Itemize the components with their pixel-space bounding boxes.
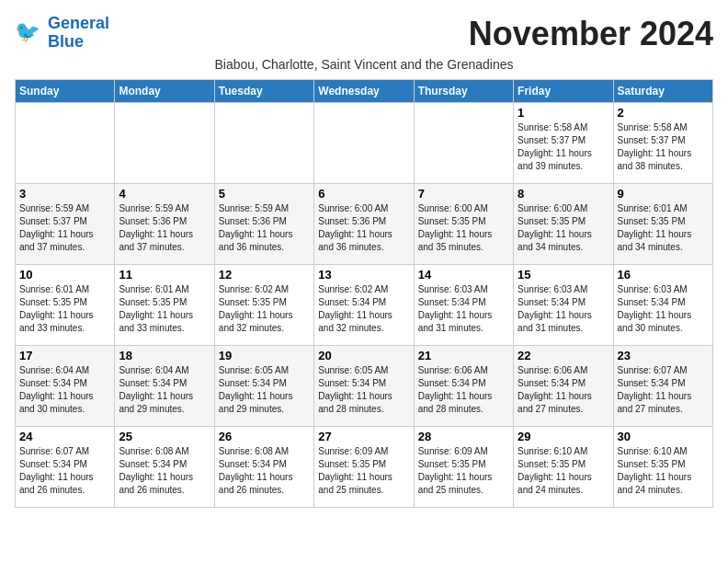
day-header-sunday: Sunday [16, 80, 115, 103]
week-row-2: 3Sunrise: 5:59 AM Sunset: 5:37 PM Daylig… [16, 184, 713, 265]
page-header: 🐦 General Blue November 2024 [15, 15, 713, 53]
day-number: 22 [518, 349, 609, 362]
day-info: Sunrise: 5:58 AM Sunset: 5:37 PM Dayligh… [518, 121, 609, 173]
calendar-cell [16, 103, 115, 184]
calendar-cell: 24Sunrise: 6:07 AM Sunset: 5:34 PM Dayli… [16, 427, 115, 508]
calendar-cell: 5Sunrise: 5:59 AM Sunset: 5:36 PM Daylig… [214, 184, 313, 265]
calendar-header: SundayMondayTuesdayWednesdayThursdayFrid… [16, 80, 713, 103]
calendar-cell: 28Sunrise: 6:09 AM Sunset: 5:35 PM Dayli… [414, 427, 513, 508]
logo-text: General Blue [48, 15, 109, 52]
calendar-cell: 6Sunrise: 6:00 AM Sunset: 5:36 PM Daylig… [314, 184, 414, 265]
day-number: 7 [418, 187, 509, 201]
day-number: 1 [518, 106, 609, 120]
day-number: 6 [318, 187, 409, 201]
calendar-cell: 29Sunrise: 6:10 AM Sunset: 5:35 PM Dayli… [514, 427, 613, 508]
day-info: Sunrise: 6:10 AM Sunset: 5:35 PM Dayligh… [518, 445, 609, 497]
calendar-cell: 18Sunrise: 6:04 AM Sunset: 5:34 PM Dayli… [115, 346, 214, 427]
day-info: Sunrise: 5:58 AM Sunset: 5:37 PM Dayligh… [618, 121, 709, 173]
calendar-cell: 25Sunrise: 6:08 AM Sunset: 5:34 PM Dayli… [115, 427, 214, 508]
calendar-cell: 19Sunrise: 6:05 AM Sunset: 5:34 PM Dayli… [214, 346, 313, 427]
day-info: Sunrise: 6:08 AM Sunset: 5:34 PM Dayligh… [119, 445, 210, 497]
day-info: Sunrise: 6:01 AM Sunset: 5:35 PM Dayligh… [618, 202, 709, 254]
calendar-cell: 27Sunrise: 6:09 AM Sunset: 5:35 PM Dayli… [314, 427, 414, 508]
calendar-cell [115, 103, 214, 184]
calendar-table: SundayMondayTuesdayWednesdayThursdayFrid… [15, 79, 713, 508]
day-info: Sunrise: 6:02 AM Sunset: 5:35 PM Dayligh… [219, 283, 310, 335]
day-info: Sunrise: 6:10 AM Sunset: 5:35 PM Dayligh… [618, 445, 709, 497]
day-info: Sunrise: 6:08 AM Sunset: 5:34 PM Dayligh… [219, 445, 310, 497]
calendar-cell: 16Sunrise: 6:03 AM Sunset: 5:34 PM Dayli… [613, 265, 712, 346]
location-subtitle: Biabou, Charlotte, Saint Vincent and the… [15, 57, 713, 72]
day-number: 30 [618, 430, 709, 443]
day-number: 26 [219, 430, 310, 443]
day-header-monday: Monday [115, 80, 214, 103]
day-number: 2 [618, 106, 709, 120]
day-number: 8 [518, 187, 609, 201]
day-number: 17 [19, 349, 110, 362]
day-number: 20 [318, 349, 409, 362]
week-row-4: 17Sunrise: 6:04 AM Sunset: 5:34 PM Dayli… [16, 346, 713, 427]
day-info: Sunrise: 6:06 AM Sunset: 5:34 PM Dayligh… [518, 364, 609, 416]
day-info: Sunrise: 6:06 AM Sunset: 5:34 PM Dayligh… [418, 364, 509, 416]
day-number: 14 [418, 268, 509, 282]
calendar-cell: 2Sunrise: 5:58 AM Sunset: 5:37 PM Daylig… [613, 103, 712, 184]
day-info: Sunrise: 6:01 AM Sunset: 5:35 PM Dayligh… [119, 283, 210, 335]
day-info: Sunrise: 6:02 AM Sunset: 5:34 PM Dayligh… [318, 283, 409, 335]
calendar-cell: 8Sunrise: 6:00 AM Sunset: 5:35 PM Daylig… [514, 184, 613, 265]
calendar-cell [314, 103, 414, 184]
day-number: 28 [418, 430, 509, 443]
calendar-cell: 15Sunrise: 6:03 AM Sunset: 5:34 PM Dayli… [514, 265, 613, 346]
day-info: Sunrise: 6:04 AM Sunset: 5:34 PM Dayligh… [19, 364, 110, 416]
day-info: Sunrise: 6:09 AM Sunset: 5:35 PM Dayligh… [418, 445, 509, 497]
title-block: November 2024 [469, 15, 713, 53]
day-info: Sunrise: 6:03 AM Sunset: 5:34 PM Dayligh… [518, 283, 609, 335]
calendar-cell: 13Sunrise: 6:02 AM Sunset: 5:34 PM Dayli… [314, 265, 414, 346]
day-number: 23 [618, 349, 709, 362]
calendar-cell: 3Sunrise: 5:59 AM Sunset: 5:37 PM Daylig… [16, 184, 115, 265]
calendar-cell: 14Sunrise: 6:03 AM Sunset: 5:34 PM Dayli… [414, 265, 513, 346]
logo: 🐦 General Blue [15, 15, 109, 52]
day-info: Sunrise: 6:09 AM Sunset: 5:35 PM Dayligh… [318, 445, 409, 497]
day-number: 27 [318, 430, 409, 443]
day-info: Sunrise: 6:05 AM Sunset: 5:34 PM Dayligh… [219, 364, 310, 416]
day-number: 21 [418, 349, 509, 362]
day-info: Sunrise: 6:00 AM Sunset: 5:35 PM Dayligh… [518, 202, 609, 254]
calendar-cell: 26Sunrise: 6:08 AM Sunset: 5:34 PM Dayli… [214, 427, 313, 508]
calendar-cell: 12Sunrise: 6:02 AM Sunset: 5:35 PM Dayli… [214, 265, 313, 346]
calendar-cell: 23Sunrise: 6:07 AM Sunset: 5:34 PM Dayli… [613, 346, 712, 427]
day-number: 24 [19, 430, 110, 443]
day-number: 18 [119, 349, 210, 362]
week-row-5: 24Sunrise: 6:07 AM Sunset: 5:34 PM Dayli… [16, 427, 713, 508]
day-number: 29 [518, 430, 609, 443]
day-info: Sunrise: 6:04 AM Sunset: 5:34 PM Dayligh… [119, 364, 210, 416]
day-number: 4 [119, 187, 210, 201]
day-number: 19 [219, 349, 310, 362]
day-header-thursday: Thursday [414, 80, 513, 103]
month-title: November 2024 [469, 15, 713, 53]
week-row-1: 1Sunrise: 5:58 AM Sunset: 5:37 PM Daylig… [16, 103, 713, 184]
days-row: SundayMondayTuesdayWednesdayThursdayFrid… [16, 80, 713, 103]
calendar-cell: 9Sunrise: 6:01 AM Sunset: 5:35 PM Daylig… [613, 184, 712, 265]
logo-icon: 🐦 [15, 18, 44, 48]
day-info: Sunrise: 6:03 AM Sunset: 5:34 PM Dayligh… [618, 283, 709, 335]
day-info: Sunrise: 6:07 AM Sunset: 5:34 PM Dayligh… [19, 445, 110, 497]
calendar-cell: 4Sunrise: 5:59 AM Sunset: 5:36 PM Daylig… [115, 184, 214, 265]
day-info: Sunrise: 5:59 AM Sunset: 5:36 PM Dayligh… [219, 202, 310, 254]
day-info: Sunrise: 6:00 AM Sunset: 5:36 PM Dayligh… [318, 202, 409, 254]
day-number: 9 [618, 187, 709, 201]
day-number: 25 [119, 430, 210, 443]
day-number: 3 [19, 187, 110, 201]
day-number: 15 [518, 268, 609, 282]
calendar-cell: 11Sunrise: 6:01 AM Sunset: 5:35 PM Dayli… [115, 265, 214, 346]
svg-text:🐦: 🐦 [15, 19, 40, 44]
day-header-friday: Friday [514, 80, 613, 103]
calendar-cell: 21Sunrise: 6:06 AM Sunset: 5:34 PM Dayli… [414, 346, 513, 427]
week-row-3: 10Sunrise: 6:01 AM Sunset: 5:35 PM Dayli… [16, 265, 713, 346]
day-header-tuesday: Tuesday [214, 80, 313, 103]
calendar-cell: 30Sunrise: 6:10 AM Sunset: 5:35 PM Dayli… [613, 427, 712, 508]
day-info: Sunrise: 6:05 AM Sunset: 5:34 PM Dayligh… [318, 364, 409, 416]
day-info: Sunrise: 5:59 AM Sunset: 5:37 PM Dayligh… [19, 202, 110, 254]
day-number: 10 [19, 268, 110, 282]
day-info: Sunrise: 6:03 AM Sunset: 5:34 PM Dayligh… [418, 283, 509, 335]
day-number: 16 [618, 268, 709, 282]
